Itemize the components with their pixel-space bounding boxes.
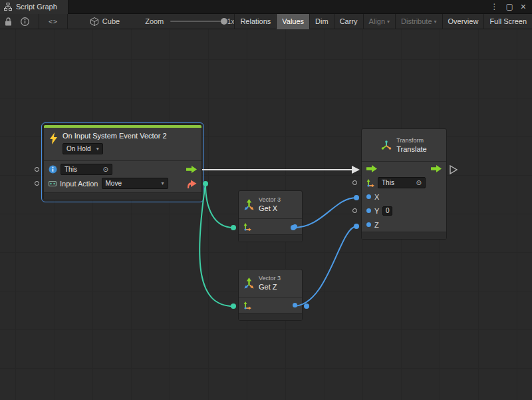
float-output-port[interactable] <box>293 303 297 307</box>
target-object-button[interactable]: Cube <box>90 17 120 26</box>
y-value-field[interactable]: 0 <box>382 206 392 216</box>
distribute-button[interactable]: Distribute▾ <box>395 14 442 29</box>
chevron-down-icon: ▾ <box>434 19 437 25</box>
axes-icon <box>243 301 251 309</box>
tab-label: Script Graph <box>16 3 57 11</box>
input-action-dropdown[interactable]: Move ▾ <box>102 178 168 189</box>
node-footer <box>239 313 302 320</box>
wire-vector2-getx[interactable] <box>205 184 233 228</box>
z-input-port[interactable] <box>366 222 371 227</box>
node-footer <box>239 234 302 242</box>
dim-button[interactable]: Dim <box>309 14 334 29</box>
flow-port[interactable] <box>35 167 39 172</box>
target-object-label: Cube <box>102 17 120 25</box>
axes-icon <box>243 223 251 231</box>
wire-endpoint[interactable] <box>203 181 208 186</box>
vector3-icon <box>243 278 255 289</box>
flow-port[interactable] <box>35 181 39 186</box>
object-picker-icon[interactable]: ⊙ <box>103 165 108 174</box>
object-icon <box>49 165 57 174</box>
wire-vector2-getz[interactable] <box>200 184 233 306</box>
window-menu-icon[interactable]: ⋮ <box>490 3 498 11</box>
full-screen-button[interactable]: Full Screen <box>483 14 532 29</box>
flow-in-arrow-icon[interactable] <box>366 165 377 172</box>
wire-endpoint[interactable] <box>231 225 236 230</box>
wire-endpoint[interactable] <box>231 303 236 309</box>
node-name-label: Translate <box>396 144 426 154</box>
wire-endpoint[interactable] <box>354 195 359 200</box>
input-action-label: Input Action <box>60 180 98 188</box>
wire-flow-arrowhead <box>352 166 360 174</box>
node-footer <box>44 192 201 200</box>
x-port-label: X <box>374 193 379 201</box>
zoom-label: Zoom <box>145 17 164 25</box>
overview-button[interactable]: Overview <box>442 14 484 29</box>
axes-icon <box>366 179 374 187</box>
align-button[interactable]: Align▾ <box>363 14 395 29</box>
info-icon[interactable] <box>21 17 29 26</box>
zoom-slider-handle[interactable] <box>221 18 227 25</box>
wire-endpoint[interactable] <box>354 224 359 229</box>
event-this-row: This ⊙ <box>44 162 201 176</box>
object-picker-icon[interactable]: ⊙ <box>416 178 422 187</box>
node-transform-translate[interactable]: Transform Translate <box>361 128 447 240</box>
y-port-label: Y <box>374 207 379 215</box>
vector3-icon <box>243 199 255 210</box>
wire-float-z[interactable] <box>293 226 356 306</box>
node-on-input-system-event[interactable]: On Input System Event Vector 2 On Hold ▾… <box>43 124 202 200</box>
transform-icon <box>381 140 392 151</box>
window-controls: ⋮ ▢ × <box>490 2 532 11</box>
chevron-down-icon: ▾ <box>161 179 164 188</box>
chevron-down-icon: ▾ <box>387 19 390 25</box>
node-footer <box>362 232 446 239</box>
transform-y-row: Y 0 <box>362 204 446 218</box>
transform-x-row: X <box>362 190 446 204</box>
node-name-label: Get Z <box>259 282 281 292</box>
get-x-header: Vector 3 Get X <box>239 191 302 218</box>
get-z-header: Vector 3 Get Z <box>239 270 302 297</box>
y-input-port[interactable] <box>366 208 371 213</box>
get-z-port-row <box>239 297 302 313</box>
transform-this-row: This ⊙ <box>362 176 446 190</box>
x-input-port[interactable] <box>366 194 371 199</box>
y-port-outer[interactable] <box>352 208 357 213</box>
chevron-down-icon: ▾ <box>96 144 99 153</box>
event-this-field[interactable]: This ⊙ <box>61 164 112 175</box>
cube-icon <box>90 17 98 26</box>
event-node-header: On Input System Event Vector 2 On Hold ▾ <box>44 128 201 160</box>
float-output-port[interactable] <box>293 224 297 229</box>
flow-out-arrow-icon[interactable] <box>186 166 197 173</box>
vector2-out-arrow-icon[interactable] <box>187 179 197 188</box>
node-name-label: Get X <box>259 204 281 213</box>
lock-icon[interactable] <box>5 17 12 26</box>
node-group-label: Transform <box>396 137 426 144</box>
toolbar-separator <box>67 14 68 29</box>
close-icon[interactable]: × <box>521 2 526 11</box>
code-view-icon[interactable]: <> <box>39 18 67 25</box>
tab-script-graph[interactable]: Script Graph <box>0 0 68 14</box>
event-mode-dropdown[interactable]: On Hold ▾ <box>63 143 103 154</box>
values-button[interactable]: Values <box>276 14 309 29</box>
node-get-z[interactable]: Vector 3 Get Z <box>238 269 303 321</box>
input-action-icon <box>49 180 57 188</box>
node-group-label: Vector 3 <box>259 196 281 204</box>
lightning-bolt-icon <box>49 132 58 147</box>
transform-flow-row <box>362 162 446 176</box>
graph-toolbar: <> Cube Zoom 1x Relations Values Dim Car… <box>0 14 532 29</box>
event-input-action-row: Input Action Move ▾ <box>44 176 201 190</box>
zoom-slider[interactable] <box>170 21 222 22</box>
wire-float-x[interactable] <box>293 198 356 228</box>
event-node-title: On Input System Event Vector 2 <box>63 132 167 140</box>
graph-canvas[interactable]: On Input System Event Vector 2 On Hold ▾… <box>0 29 532 400</box>
script-graph-window: Script Graph ⋮ ▢ × <> Cube Zoom 1x <box>0 0 532 400</box>
node-get-x[interactable]: Vector 3 Get X <box>238 190 303 242</box>
relations-button[interactable]: Relations <box>234 14 276 29</box>
flow-out-arrow-icon[interactable] <box>431 165 442 172</box>
maximize-icon[interactable]: ▢ <box>505 3 513 11</box>
flow-continue-triangle[interactable] <box>450 166 457 174</box>
object-port[interactable] <box>352 180 357 185</box>
z-port-label: Z <box>374 221 379 229</box>
carry-button[interactable]: Carry <box>334 14 363 29</box>
wire-endpoint[interactable] <box>304 303 309 309</box>
transform-this-field[interactable]: This ⊙ <box>378 177 426 188</box>
